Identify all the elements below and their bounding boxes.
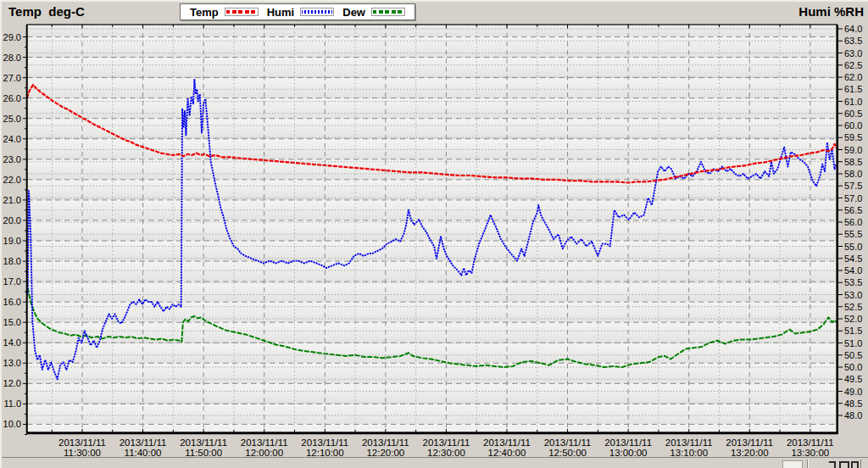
left-axis-tick-label: 10.0 xyxy=(3,419,21,429)
right-axis-tick-label: 55.5 xyxy=(844,229,862,239)
chart-window: Temp deg-C Temp Humi Dew Humi %RH 29.028… xyxy=(0,0,868,468)
plot-background xyxy=(27,25,837,432)
left-axis-tick-label: 18.0 xyxy=(3,256,21,266)
right-axis-tick-label: 59.0 xyxy=(844,145,862,155)
right-axis-tick-label: 49.5 xyxy=(844,374,862,384)
right-axis-tick-label: 48.5 xyxy=(844,398,862,409)
statusbar-clipped-icon[interactable] xyxy=(851,461,859,468)
right-axis-tick-label: 62.0 xyxy=(844,72,862,82)
left-axis-tick-label: 28.0 xyxy=(3,53,21,63)
right-axis-tick-label: 52.5 xyxy=(844,302,862,312)
right-axis-tick-label: 53.5 xyxy=(844,277,862,287)
x-axis-date-label: 2013/11/11 xyxy=(544,437,592,448)
right-axis-tick-label: 51.0 xyxy=(844,338,862,348)
statusbar-clipped-icon[interactable] xyxy=(829,461,836,468)
left-axis-tick-label: 26.0 xyxy=(3,93,21,103)
left-axis-tick-label: 22.0 xyxy=(3,175,21,185)
x-axis-date-label: 2013/11/11 xyxy=(726,437,773,448)
right-axis-tick-label: 49.0 xyxy=(844,387,862,397)
left-axis-tick-label: 24.0 xyxy=(3,134,21,144)
right-axis-tick-label: 57.0 xyxy=(844,193,862,203)
x-axis-date-label: 2013/11/11 xyxy=(362,437,409,448)
left-axis-tick-label: 19.0 xyxy=(3,236,21,246)
right-axis-tick-label: 50.5 xyxy=(844,350,862,360)
right-axis-tick-label: 54.0 xyxy=(844,265,862,276)
chart-canvas: 29.028.027.026.025.024.023.022.021.020.0… xyxy=(2,2,868,468)
right-axis-tick-label: 58.0 xyxy=(844,169,862,179)
right-axis-tick-label: 60.5 xyxy=(844,109,862,119)
right-axis-tick-label: 61.5 xyxy=(844,84,862,94)
right-axis-tick-label: 59.5 xyxy=(844,132,862,142)
x-axis-date-label: 2013/11/11 xyxy=(120,437,167,448)
right-axis-tick-label: 51.5 xyxy=(844,326,862,336)
left-axis-tick-label: 15.0 xyxy=(3,317,21,327)
x-axis-date-label: 2013/11/11 xyxy=(241,437,288,448)
right-axis-tick-label: 48.0 xyxy=(844,410,862,421)
statusbar xyxy=(2,459,868,468)
right-axis-tick-label: 57.5 xyxy=(844,181,862,191)
left-axis-tick-label: 11.0 xyxy=(3,398,21,409)
x-axis-date-label: 2013/11/11 xyxy=(422,437,470,448)
x-axis-date-label: 2013/11/11 xyxy=(58,437,106,448)
right-axis-tick-label: 56.5 xyxy=(844,205,862,215)
right-axis-tick-label: 55.0 xyxy=(844,242,862,252)
left-axis-tick-label: 14.0 xyxy=(3,337,21,348)
right-axis-tick-label: 53.0 xyxy=(844,290,862,300)
left-axis-tick-label: 25.0 xyxy=(3,114,21,124)
left-axis-tick-label: 27.0 xyxy=(3,73,21,83)
right-axis-tick-label: 54.5 xyxy=(844,254,862,264)
left-axis-tick-label: 23.0 xyxy=(3,154,21,164)
statusbar-clipped-icon[interactable] xyxy=(839,461,849,468)
right-axis-tick-label: 63.0 xyxy=(844,48,862,58)
left-axis-tick-label: 12.0 xyxy=(3,378,21,388)
statusbar-divider xyxy=(860,460,861,468)
statusbar-scroll-fragment[interactable] xyxy=(782,460,803,468)
right-axis-tick-label: 50.0 xyxy=(844,362,862,372)
right-axis-tick-label: 63.5 xyxy=(844,36,862,46)
right-axis-tick-label: 64.0 xyxy=(844,24,862,34)
x-axis-date-label: 2013/11/11 xyxy=(180,437,227,448)
left-axis-tick-label: 29.0 xyxy=(3,32,21,42)
left-axis-tick-label: 13.0 xyxy=(3,358,21,368)
x-axis-date-label: 2013/11/11 xyxy=(301,437,348,448)
x-axis-date-label: 2013/11/11 xyxy=(665,437,713,448)
left-axis-tick-label: 21.0 xyxy=(3,195,21,205)
right-axis-tick-label: 62.5 xyxy=(844,60,862,70)
left-axis-tick-label: 16.0 xyxy=(3,297,21,307)
left-axis-tick-label: 17.0 xyxy=(3,276,21,287)
right-axis-tick-label: 56.0 xyxy=(844,217,862,227)
right-axis-tick-label: 61.0 xyxy=(844,97,862,107)
x-axis-date-label: 2013/11/11 xyxy=(604,437,652,448)
right-axis-tick-label: 52.0 xyxy=(844,314,862,324)
x-axis-date-label: 2013/11/11 xyxy=(787,437,834,448)
right-axis-tick-label: 58.5 xyxy=(844,157,862,167)
x-axis-date-label: 2013/11/11 xyxy=(483,437,531,448)
left-axis-tick-label: 20.0 xyxy=(3,215,21,226)
statusbar-divider xyxy=(807,460,809,468)
right-axis-tick-label: 60.0 xyxy=(844,120,862,131)
